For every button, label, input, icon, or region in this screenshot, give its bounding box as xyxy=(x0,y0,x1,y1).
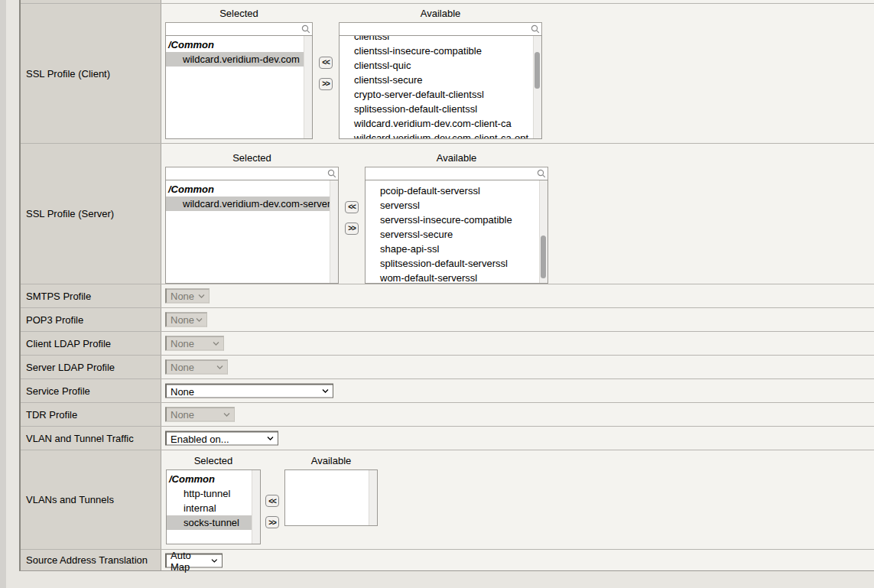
list-item[interactable]: internal xyxy=(167,501,260,515)
row-label: TDR Profile xyxy=(21,403,161,426)
available-filter-input[interactable] xyxy=(339,22,542,36)
chevron-down-icon xyxy=(267,437,274,441)
list-item[interactable]: clientssl-insecure-compatible xyxy=(340,44,541,58)
ssl-server-available-list[interactable]: pcoip-default-serverssl serverssl server… xyxy=(365,180,548,284)
row-value: Auto Map xyxy=(161,550,874,570)
scrollbar-track[interactable] xyxy=(533,36,541,138)
vlans-selected-list[interactable]: /Common http-tunnel internal socks-tunne… xyxy=(166,469,261,544)
left-rail xyxy=(0,0,6,588)
list-item[interactable]: wildcard.veridium-dev.com-server xyxy=(166,197,330,211)
chevron-down-icon xyxy=(322,389,329,394)
list-item[interactable]: shape-api-ssl xyxy=(366,242,547,256)
row-label: Source Address Translation xyxy=(21,550,161,570)
search-icon xyxy=(301,24,310,34)
scrollbar-track[interactable] xyxy=(252,470,260,544)
ssl-server-selected-list[interactable]: /Common wildcard.veridium-dev.com-server xyxy=(165,180,339,284)
row-label: POP3 Profile xyxy=(21,308,161,331)
row-label: Server LDAP Profile xyxy=(21,356,161,378)
list-item[interactable]: splitsession-default-serverssl xyxy=(366,256,547,271)
row-client-ldap-profile: Client LDAP Profile None xyxy=(21,331,874,355)
row-value: None xyxy=(161,284,874,307)
row-vlans-and-tunnels: VLANs and Tunnels Selected /Common http-… xyxy=(21,450,874,549)
scrollbar-thumb[interactable] xyxy=(541,236,546,278)
row-label: Client LDAP Profile xyxy=(21,332,161,355)
list-item[interactable]: splitsession-default-clientssl xyxy=(340,102,541,116)
chevron-down-icon xyxy=(211,558,218,563)
move-to-available-button[interactable]: >> xyxy=(345,223,359,235)
list-item[interactable]: wildcard.veridium-dev.com-client-ca xyxy=(340,116,541,131)
chevron-down-icon xyxy=(213,341,219,346)
scrollbar-thumb[interactable] xyxy=(534,52,540,89)
virtual-server-config-table: SSL Profile (Client) Selected /Common wi… xyxy=(19,0,874,571)
search-icon xyxy=(537,169,546,178)
partition-group-label: /Common xyxy=(166,182,338,197)
available-filter-input[interactable] xyxy=(365,167,548,180)
select-value: Auto Map xyxy=(171,549,211,572)
row-label: SSL Profile (Server) xyxy=(21,144,161,284)
row-ssl-profile-server: SSL Profile (Server) Selected /Common wi… xyxy=(21,143,874,284)
server-ldap-profile-select: None xyxy=(165,360,228,375)
row-value: None xyxy=(161,356,874,378)
list-item[interactable]: serverssl-insecure-compatible xyxy=(366,213,547,227)
scrollbar-track[interactable] xyxy=(304,36,312,138)
smtps-profile-select: None xyxy=(165,289,210,304)
selected-header: Selected xyxy=(165,151,339,164)
row-server-ldap-profile: Server LDAP Profile None xyxy=(21,355,874,378)
list-item[interactable]: wom-default-serverssl xyxy=(366,271,547,284)
source-address-translation-select[interactable]: Auto Map xyxy=(165,553,223,567)
client-ldap-profile-select: None xyxy=(165,336,224,351)
chevron-down-icon xyxy=(216,365,223,369)
list-item[interactable]: clientssl xyxy=(340,35,541,44)
tdr-profile-select: None xyxy=(165,408,235,422)
row-value: None xyxy=(161,308,874,331)
move-to-selected-button[interactable]: << xyxy=(265,495,279,507)
search-icon xyxy=(531,24,540,34)
service-profile-select[interactable]: None xyxy=(165,384,333,398)
row-source-address-translation: Source Address Translation Auto Map xyxy=(21,549,874,570)
list-item[interactable]: serverssl xyxy=(366,198,547,213)
list-item[interactable]: wildcard.veridium-dev.com-client-ca-opt xyxy=(340,131,541,139)
vlan-tunnel-traffic-select[interactable]: Enabled on... xyxy=(165,431,278,446)
pop3-profile-select: None xyxy=(165,313,207,327)
list-item[interactable]: http-tunnel xyxy=(167,486,260,501)
row-value: None xyxy=(161,379,874,402)
scrollbar-track[interactable] xyxy=(330,180,338,283)
row-label: SSL Profile (Client) xyxy=(21,4,161,143)
row-label: VLANs and Tunnels xyxy=(21,450,161,549)
scrollbar-track[interactable] xyxy=(539,180,547,283)
row-vlan-tunnel-traffic: VLAN and Tunnel Traffic Enabled on... xyxy=(21,426,874,450)
selected-filter-input[interactable] xyxy=(165,22,313,36)
list-item[interactable]: clientssl-secure xyxy=(340,73,541,87)
scrollbar-track[interactable] xyxy=(369,470,377,525)
move-to-available-button[interactable]: >> xyxy=(265,516,279,528)
row-value: Enabled on... xyxy=(161,427,874,450)
vlans-available-list[interactable] xyxy=(284,469,378,526)
partition-group-label: /Common xyxy=(166,37,312,52)
select-value: None xyxy=(171,385,194,397)
chevron-down-icon xyxy=(196,317,203,322)
ssl-client-selected-list[interactable]: /Common wildcard.veridium-dev.com xyxy=(165,35,313,139)
previous-row-value-sliver xyxy=(161,0,874,3)
list-item[interactable]: wildcard.veridium-dev.com xyxy=(166,52,304,67)
ssl-client-available-list[interactable]: clientssl clientssl-insecure-compatible … xyxy=(339,35,542,139)
selected-header: Selected xyxy=(165,7,313,20)
list-item[interactable]: pcoip-default-serverssl xyxy=(366,184,547,198)
move-to-selected-button[interactable]: << xyxy=(319,57,333,69)
selected-filter-input[interactable] xyxy=(165,167,339,180)
select-value: None xyxy=(171,291,194,302)
chevron-down-icon xyxy=(198,294,205,298)
row-tdr-profile: TDR Profile None xyxy=(21,402,874,426)
list-item[interactable]: socks-tunnel xyxy=(167,515,252,530)
row-pop3-profile: POP3 Profile None xyxy=(21,307,874,331)
move-to-selected-button[interactable]: << xyxy=(345,201,359,213)
move-to-available-button[interactable]: >> xyxy=(319,78,333,90)
list-item[interactable]: crypto-server-default-clientssl xyxy=(340,87,541,102)
select-value: None xyxy=(171,362,194,373)
list-item[interactable]: serverssl-secure xyxy=(366,227,547,242)
select-value: None xyxy=(171,314,194,326)
chevron-down-icon xyxy=(223,412,230,417)
row-ssl-profile-client: SSL Profile (Client) Selected /Common wi… xyxy=(21,3,874,143)
available-header: Available xyxy=(339,7,542,20)
search-icon xyxy=(327,169,336,178)
list-item[interactable]: clientssl-quic xyxy=(340,58,541,73)
